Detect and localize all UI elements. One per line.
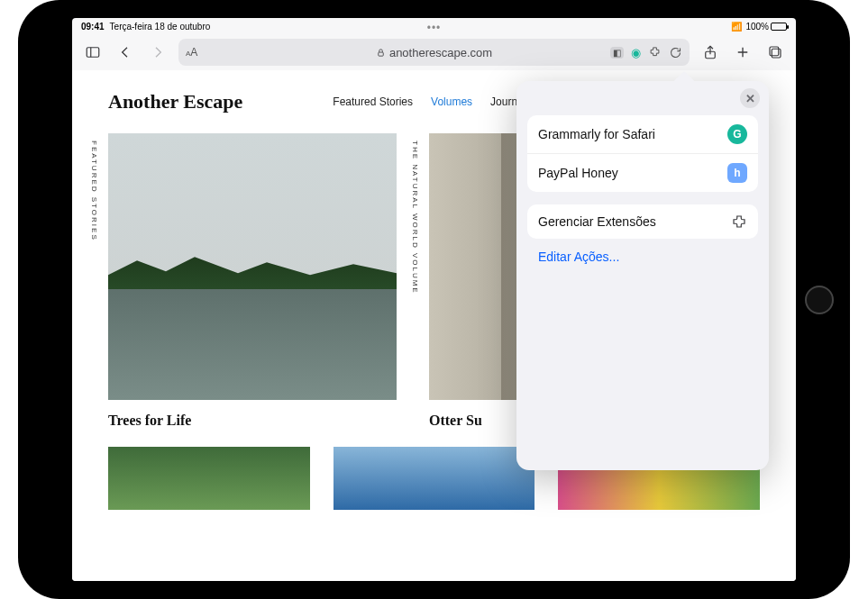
- forward-icon: [146, 41, 169, 64]
- lock-icon: [376, 48, 386, 58]
- status-bar: ••• 09:41 Terça-feira 18 de outubro 100%: [72, 18, 796, 34]
- sidelabel-natural: THE NATURAL WORLD VOLUME: [411, 141, 419, 295]
- wifi-icon: [731, 22, 742, 32]
- share-icon[interactable]: [699, 41, 722, 64]
- manage-extensions-label: Gerenciar Extensões: [538, 214, 656, 229]
- story-title: Trees for Life: [108, 413, 397, 429]
- screen: ••• 09:41 Terça-feira 18 de outubro 100%: [72, 18, 796, 581]
- back-icon[interactable]: [114, 41, 137, 64]
- battery-percent: 100%: [745, 22, 769, 32]
- status-date: Terça-feira 18 de outubro: [110, 22, 211, 32]
- home-button[interactable]: [805, 286, 834, 314]
- clock: 09:41: [81, 22, 105, 32]
- battery-indicator: 100%: [745, 22, 787, 32]
- svg-rect-7: [770, 47, 779, 56]
- sidebar-icon[interactable]: [81, 41, 105, 64]
- svg-rect-2: [379, 52, 384, 56]
- manage-extensions-item[interactable]: Gerenciar Extensões: [527, 204, 758, 239]
- multitasking-dots-icon[interactable]: •••: [427, 22, 442, 34]
- edit-actions-link[interactable]: Editar Ações...: [527, 250, 758, 264]
- reload-icon[interactable]: [669, 46, 682, 59]
- status-right: 100%: [731, 22, 787, 32]
- story-card[interactable]: FEATURED STORIES Trees for Life: [108, 133, 397, 429]
- sidelabel-featured: FEATURED STORIES: [90, 141, 98, 241]
- extension-item-grammarly[interactable]: Grammarly for Safari G: [527, 115, 758, 154]
- extensions-list: Grammarly for Safari G PayPal Honey h: [527, 115, 758, 192]
- nav-featured[interactable]: Featured Stories: [333, 95, 413, 108]
- nav-volumes[interactable]: Volumes: [431, 95, 472, 108]
- site-logo[interactable]: Another Escape: [108, 90, 242, 113]
- site-nav: Featured Stories Volumes Journal: [333, 95, 525, 108]
- honey-icon: h: [727, 163, 747, 183]
- svg-rect-0: [87, 48, 99, 58]
- close-icon[interactable]: ✕: [740, 88, 760, 108]
- new-tab-icon[interactable]: [731, 41, 754, 64]
- extension-label: Grammarly for Safari: [538, 127, 655, 141]
- extensions-icon[interactable]: [648, 46, 662, 59]
- text-size-icon[interactable]: AA: [186, 46, 197, 59]
- reader-icon[interactable]: ◧: [610, 47, 624, 59]
- thumbnail[interactable]: [108, 447, 310, 510]
- ipad-device-frame: ••• 09:41 Terça-feira 18 de outubro 100%: [18, 0, 850, 599]
- status-left: 09:41 Terça-feira 18 de outubro: [81, 22, 210, 32]
- svg-rect-6: [772, 49, 781, 58]
- address-bar-url: anotherescape.com: [389, 46, 492, 59]
- tabs-overview-icon[interactable]: [763, 41, 787, 64]
- thumbnail[interactable]: [333, 447, 535, 510]
- extensions-popover: ✕ Grammarly for Safari G PayPal Honey h …: [516, 81, 769, 470]
- extension-item-honey[interactable]: PayPal Honey h: [527, 154, 758, 192]
- story-image: [108, 133, 397, 400]
- safari-toolbar: AA anotherescape.com ◧ ◉: [72, 34, 796, 70]
- puzzle-icon: [731, 213, 747, 230]
- extension-label: PayPal Honey: [538, 166, 618, 180]
- address-bar[interactable]: AA anotherescape.com ◧ ◉: [178, 39, 690, 66]
- grammarly-icon: G: [727, 124, 747, 144]
- manage-extensions-group: Gerenciar Extensões: [527, 204, 758, 239]
- grammarly-mini-icon[interactable]: ◉: [631, 46, 641, 59]
